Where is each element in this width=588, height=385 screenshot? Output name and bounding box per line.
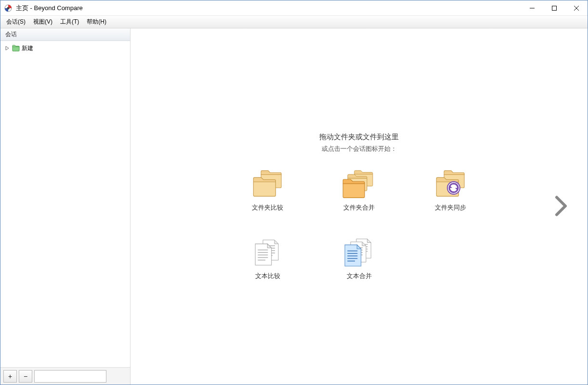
session-folder-sync[interactable]: 文件夹同步 (417, 168, 484, 212)
maximize-icon (552, 6, 557, 11)
folder-new-icon (12, 44, 20, 52)
session-label: 文本合并 (347, 272, 372, 280)
session-folder-compare[interactable]: 文件夹比较 (234, 168, 301, 212)
svg-point-12 (7, 7, 10, 9)
window-maximize-button[interactable] (543, 0, 565, 16)
tree-item-label: 新建 (22, 44, 33, 53)
app-window: 主页 - Beyond Compare 会话(S) 视图(V) 工具(T) 帮助… (0, 0, 588, 385)
next-page-button[interactable] (554, 195, 568, 218)
app-icon (4, 4, 12, 12)
folder-compare-icon (250, 168, 285, 199)
minimize-icon (530, 6, 535, 11)
session-text-compare[interactable]: 文本比较 (234, 236, 301, 280)
add-session-button[interactable]: + (3, 370, 17, 383)
window-minimize-button[interactable] (521, 0, 543, 16)
remove-session-button[interactable]: − (19, 370, 32, 383)
menu-bar: 会话(S) 视图(V) 工具(T) 帮助(H) (0, 16, 588, 28)
search-field[interactable] (34, 370, 106, 383)
sidebar-header: 会话 (0, 28, 130, 41)
session-label: 文件夹合并 (343, 203, 375, 212)
window-title: 主页 - Beyond Compare (16, 4, 83, 13)
session-label: 文件夹同步 (435, 203, 466, 212)
chevron-right-icon (554, 195, 568, 216)
body: 会话 新建 + − (0, 28, 588, 385)
window-close-button[interactable] (565, 0, 588, 16)
main-pane: 拖动文件夹或文件到这里 或点击一个会话图标开始： 文件夹比较 文件夹合并 文件夹… (131, 28, 588, 385)
session-folder-merge[interactable]: 文件夹合并 (326, 168, 393, 212)
menu-tools[interactable]: 工具(T) (56, 16, 83, 27)
search-input[interactable] (37, 372, 111, 381)
folder-merge-icon (342, 168, 377, 199)
tree-item-new[interactable]: 新建 (1, 43, 129, 53)
session-text-merge[interactable]: 文本合并 (326, 236, 393, 280)
session-tree[interactable]: 新建 (0, 41, 130, 367)
menu-session[interactable]: 会话(S) (2, 16, 29, 27)
svg-rect-14 (552, 6, 557, 10)
drop-prompt-line1: 拖动文件夹或文件到这里 (319, 133, 399, 142)
text-compare-icon (250, 236, 285, 267)
sidebar-footer: + − (0, 367, 130, 385)
close-icon (574, 6, 579, 11)
sidebar: 会话 新建 + − (0, 28, 131, 385)
session-label: 文本比较 (255, 272, 280, 280)
chevron-right-icon[interactable] (4, 45, 10, 51)
session-label: 文件夹比较 (252, 203, 283, 212)
title-bar: 主页 - Beyond Compare (0, 0, 588, 16)
menu-help[interactable]: 帮助(H) (83, 16, 110, 27)
session-type-grid: 文件夹比较 文件夹合并 文件夹同步 文本比较 文本合并 (234, 168, 484, 280)
folder-sync-icon (433, 168, 468, 199)
text-merge-icon (342, 236, 377, 267)
drop-prompt-line2: 或点击一个会话图标开始： (322, 145, 397, 153)
menu-view[interactable]: 视图(V) (29, 16, 56, 27)
